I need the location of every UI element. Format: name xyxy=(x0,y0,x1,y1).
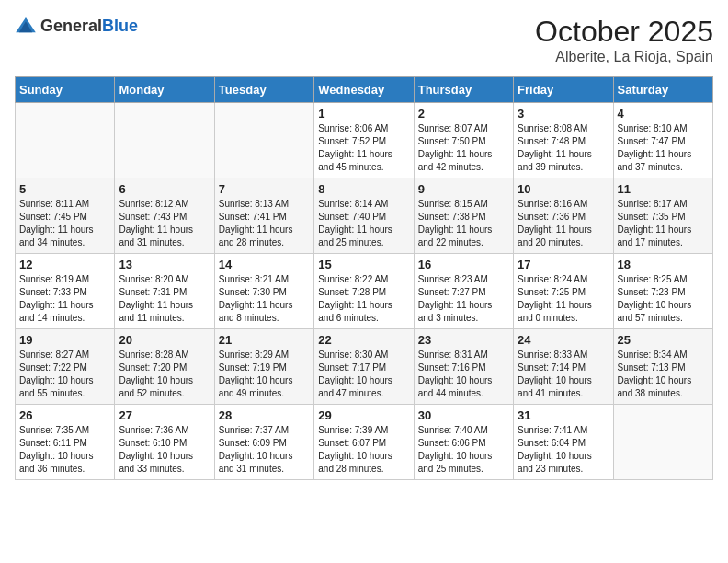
day-number: 28 xyxy=(219,408,310,422)
weekday-header-row: SundayMondayTuesdayWednesdayThursdayFrid… xyxy=(16,77,713,103)
calendar-cell xyxy=(613,405,712,480)
day-number: 4 xyxy=(618,107,709,121)
day-info: Sunrise: 8:29 AMSunset: 7:19 PMDaylight:… xyxy=(219,349,310,400)
day-info: Sunrise: 8:25 AMSunset: 7:23 PMDaylight:… xyxy=(618,273,709,325)
day-number: 17 xyxy=(518,258,609,271)
day-number: 10 xyxy=(518,182,609,196)
day-info: Sunrise: 8:22 AMSunset: 7:28 PMDaylight:… xyxy=(318,273,409,325)
day-info: Sunrise: 7:40 AMSunset: 6:06 PMDaylight:… xyxy=(418,424,509,476)
calendar-cell: 2Sunrise: 8:07 AMSunset: 7:50 PMDaylight… xyxy=(414,103,513,178)
calendar-cell: 7Sunrise: 8:13 AMSunset: 7:41 PMDaylight… xyxy=(214,178,313,254)
calendar-week-row: 1Sunrise: 8:06 AMSunset: 7:52 PMDaylight… xyxy=(16,103,713,178)
day-number: 16 xyxy=(418,258,509,271)
day-number: 31 xyxy=(518,408,609,422)
day-info: Sunrise: 8:21 AMSunset: 7:30 PMDaylight:… xyxy=(219,273,310,325)
day-info: Sunrise: 8:30 AMSunset: 7:17 PMDaylight:… xyxy=(318,349,409,400)
day-info: Sunrise: 8:12 AMSunset: 7:43 PMDaylight:… xyxy=(119,198,210,249)
day-number: 30 xyxy=(418,408,509,422)
calendar-cell: 12Sunrise: 8:19 AMSunset: 7:33 PMDayligh… xyxy=(16,254,115,329)
calendar-cell: 23Sunrise: 8:31 AMSunset: 7:16 PMDayligh… xyxy=(414,329,513,405)
day-info: Sunrise: 8:08 AMSunset: 7:48 PMDaylight:… xyxy=(518,122,609,174)
day-info: Sunrise: 7:39 AMSunset: 6:07 PMDaylight:… xyxy=(318,424,409,476)
calendar-cell: 21Sunrise: 8:29 AMSunset: 7:19 PMDayligh… xyxy=(214,329,313,405)
day-info: Sunrise: 8:28 AMSunset: 7:20 PMDaylight:… xyxy=(119,349,210,400)
calendar-cell: 14Sunrise: 8:21 AMSunset: 7:30 PMDayligh… xyxy=(214,254,313,329)
day-number: 18 xyxy=(618,258,709,271)
day-info: Sunrise: 8:33 AMSunset: 7:14 PMDaylight:… xyxy=(518,349,609,400)
weekday-header-cell: Tuesday xyxy=(214,77,313,103)
day-info: Sunrise: 8:20 AMSunset: 7:31 PMDaylight:… xyxy=(119,273,210,325)
weekday-header-cell: Thursday xyxy=(414,77,513,103)
calendar-cell: 27Sunrise: 7:36 AMSunset: 6:10 PMDayligh… xyxy=(115,405,214,480)
day-number: 7 xyxy=(219,182,310,196)
calendar-cell: 6Sunrise: 8:12 AMSunset: 7:43 PMDaylight… xyxy=(115,178,214,254)
day-number: 8 xyxy=(318,182,409,196)
calendar-cell: 18Sunrise: 8:25 AMSunset: 7:23 PMDayligh… xyxy=(613,254,712,329)
day-number: 3 xyxy=(518,107,609,121)
calendar-week-row: 12Sunrise: 8:19 AMSunset: 7:33 PMDayligh… xyxy=(16,254,713,329)
weekday-header-cell: Wednesday xyxy=(314,77,414,103)
calendar-week-row: 5Sunrise: 8:11 AMSunset: 7:45 PMDaylight… xyxy=(16,178,713,254)
day-info: Sunrise: 8:07 AMSunset: 7:50 PMDaylight:… xyxy=(418,122,509,174)
day-number: 5 xyxy=(19,182,110,196)
day-info: Sunrise: 8:14 AMSunset: 7:40 PMDaylight:… xyxy=(318,198,409,249)
calendar-cell: 1Sunrise: 8:06 AMSunset: 7:52 PMDaylight… xyxy=(314,103,414,178)
day-info: Sunrise: 7:37 AMSunset: 6:09 PMDaylight:… xyxy=(219,424,310,476)
calendar-cell: 4Sunrise: 8:10 AMSunset: 7:47 PMDaylight… xyxy=(613,103,712,178)
day-info: Sunrise: 8:24 AMSunset: 7:25 PMDaylight:… xyxy=(518,273,609,325)
day-info: Sunrise: 7:36 AMSunset: 6:10 PMDaylight:… xyxy=(119,424,210,476)
calendar-body: 1Sunrise: 8:06 AMSunset: 7:52 PMDaylight… xyxy=(16,103,713,480)
weekday-header-cell: Friday xyxy=(514,77,613,103)
day-info: Sunrise: 8:15 AMSunset: 7:38 PMDaylight:… xyxy=(418,198,509,249)
day-info: Sunrise: 7:35 AMSunset: 6:11 PMDaylight:… xyxy=(19,424,110,476)
day-number: 15 xyxy=(318,258,409,271)
weekday-header-cell: Saturday xyxy=(613,77,712,103)
location-title: Alberite, La Rioja, Spain xyxy=(535,49,713,65)
calendar-cell: 11Sunrise: 8:17 AMSunset: 7:35 PMDayligh… xyxy=(613,178,712,254)
day-number: 11 xyxy=(618,182,709,196)
day-number: 12 xyxy=(19,258,110,271)
day-number: 13 xyxy=(119,258,210,271)
day-info: Sunrise: 8:27 AMSunset: 7:22 PMDaylight:… xyxy=(19,349,110,400)
day-number: 24 xyxy=(518,333,609,347)
calendar-cell: 31Sunrise: 7:41 AMSunset: 6:04 PMDayligh… xyxy=(514,405,613,480)
logo-general: General xyxy=(40,17,102,35)
calendar-cell: 19Sunrise: 8:27 AMSunset: 7:22 PMDayligh… xyxy=(16,329,115,405)
calendar-cell: 8Sunrise: 8:14 AMSunset: 7:40 PMDaylight… xyxy=(314,178,414,254)
calendar-cell: 13Sunrise: 8:20 AMSunset: 7:31 PMDayligh… xyxy=(115,254,214,329)
calendar-cell: 5Sunrise: 8:11 AMSunset: 7:45 PMDaylight… xyxy=(16,178,115,254)
calendar-cell: 9Sunrise: 8:15 AMSunset: 7:38 PMDaylight… xyxy=(414,178,513,254)
day-info: Sunrise: 8:13 AMSunset: 7:41 PMDaylight:… xyxy=(219,198,310,249)
day-number: 1 xyxy=(318,107,409,121)
day-info: Sunrise: 8:17 AMSunset: 7:35 PMDaylight:… xyxy=(618,198,709,249)
calendar-cell: 15Sunrise: 8:22 AMSunset: 7:28 PMDayligh… xyxy=(314,254,414,329)
day-number: 9 xyxy=(418,182,509,196)
calendar-cell: 30Sunrise: 7:40 AMSunset: 6:06 PMDayligh… xyxy=(414,405,513,480)
day-info: Sunrise: 7:41 AMSunset: 6:04 PMDaylight:… xyxy=(518,424,609,476)
day-info: Sunrise: 8:34 AMSunset: 7:13 PMDaylight:… xyxy=(618,349,709,400)
calendar-cell: 28Sunrise: 7:37 AMSunset: 6:09 PMDayligh… xyxy=(214,405,313,480)
day-number: 26 xyxy=(19,408,110,422)
calendar-table: SundayMondayTuesdayWednesdayThursdayFrid… xyxy=(15,76,713,480)
calendar-cell: 25Sunrise: 8:34 AMSunset: 7:13 PMDayligh… xyxy=(613,329,712,405)
day-number: 20 xyxy=(119,333,210,347)
day-info: Sunrise: 8:11 AMSunset: 7:45 PMDaylight:… xyxy=(19,198,110,249)
day-info: Sunrise: 8:10 AMSunset: 7:47 PMDaylight:… xyxy=(618,122,709,174)
title-block: October 2025 Alberite, La Rioja, Spain xyxy=(535,15,713,65)
day-number: 14 xyxy=(219,258,310,271)
day-number: 21 xyxy=(219,333,310,347)
logo-blue: Blue xyxy=(102,17,138,35)
day-number: 22 xyxy=(318,333,409,347)
calendar-week-row: 26Sunrise: 7:35 AMSunset: 6:11 PMDayligh… xyxy=(16,405,713,480)
calendar-cell xyxy=(115,103,214,178)
calendar-cell xyxy=(16,103,115,178)
logo-icon xyxy=(15,15,37,37)
day-info: Sunrise: 8:16 AMSunset: 7:36 PMDaylight:… xyxy=(518,198,609,249)
day-info: Sunrise: 8:19 AMSunset: 7:33 PMDaylight:… xyxy=(19,273,110,325)
calendar-cell: 29Sunrise: 7:39 AMSunset: 6:07 PMDayligh… xyxy=(314,405,414,480)
day-number: 19 xyxy=(19,333,110,347)
calendar-cell: 17Sunrise: 8:24 AMSunset: 7:25 PMDayligh… xyxy=(514,254,613,329)
day-number: 6 xyxy=(119,182,210,196)
calendar-cell: 3Sunrise: 8:08 AMSunset: 7:48 PMDaylight… xyxy=(514,103,613,178)
calendar-cell xyxy=(214,103,313,178)
